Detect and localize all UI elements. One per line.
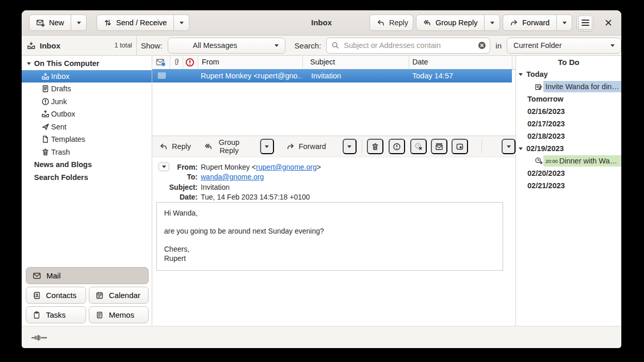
- new-button[interactable]: New: [29, 14, 71, 31]
- send-receive-button-group: Send / Receive: [96, 14, 189, 31]
- reply-icon: [159, 142, 168, 151]
- switcher-mail-button[interactable]: Mail: [26, 267, 149, 284]
- preview-group-reply-dropdown[interactable]: [260, 139, 274, 154]
- todo-event-dinner-with-wanda[interactable]: 20:00Dinner with Wa…: [516, 155, 621, 167]
- clear-search-icon[interactable]: [478, 41, 486, 50]
- switcher-calendar-button[interactable]: Calendar: [89, 287, 149, 304]
- sidebar-group-search-folders[interactable]: Search Folders: [22, 171, 152, 184]
- not-junk-icon: [414, 142, 423, 151]
- todo-group-02-18[interactable]: 02/18/2023: [516, 130, 621, 142]
- unread-dot: [161, 62, 166, 67]
- todo-group-today[interactable]: Today: [516, 68, 621, 80]
- sidebar-group-news-and-blogs[interactable]: News and Blogs: [22, 158, 152, 171]
- switcher-tasks-button[interactable]: Tasks: [26, 306, 86, 323]
- todo-group-tomorrow[interactable]: Tomorrow: [516, 93, 621, 105]
- expander-down-icon[interactable]: [519, 73, 526, 76]
- mark-important-button[interactable]: [389, 139, 405, 154]
- online-status-plug-icon[interactable]: [31, 334, 47, 341]
- search-scope-dropdown[interactable]: Current Folder: [507, 38, 621, 54]
- from-close: >: [317, 163, 321, 171]
- delete-message-button[interactable]: [367, 139, 383, 154]
- chevron-down-icon: [275, 44, 279, 47]
- close-window-button[interactable]: [602, 16, 615, 29]
- sidebar-item-outbox[interactable]: Outbox: [22, 108, 152, 121]
- expander-down-icon[interactable]: [27, 62, 34, 65]
- new-dropdown-button[interactable]: [71, 14, 87, 31]
- forward-button-group: Forward: [503, 14, 572, 31]
- sidebar-item-drafts[interactable]: Drafts: [22, 83, 152, 95]
- sidebar-group-on-this-computer[interactable]: On This Computer: [22, 57, 152, 70]
- switcher-tasks-label: Tasks: [46, 310, 66, 319]
- task-icon: [535, 83, 543, 91]
- read-message-icon: [157, 72, 166, 79]
- reply-icon: [377, 19, 385, 27]
- preview-group-reply-label: Group Reply: [217, 138, 242, 155]
- to-email-link[interactable]: wanda@gnome.org: [201, 173, 264, 181]
- forward-button[interactable]: Forward: [503, 14, 557, 31]
- preview-reply-button[interactable]: Reply: [154, 139, 196, 154]
- todo-group-02-21[interactable]: 02/21/2023: [516, 179, 621, 192]
- from-email-link[interactable]: rupert@gnome.org: [256, 163, 317, 171]
- reply-button[interactable]: Reply: [369, 14, 413, 31]
- sidebar-item-trash[interactable]: Trash: [22, 146, 152, 159]
- todo-group-02-17[interactable]: 02/17/2023: [516, 118, 621, 130]
- todo-group-label: 02/18/2023: [527, 132, 565, 140]
- switcher-contacts-button[interactable]: Contacts: [26, 287, 86, 304]
- in-label: in: [495, 41, 502, 50]
- attachment-column-icon[interactable]: [173, 58, 181, 67]
- preview-toolbar-overflow-dropdown[interactable]: [502, 139, 516, 154]
- current-folder-name: Inbox: [40, 41, 60, 50]
- status-column-icon[interactable]: [156, 58, 165, 68]
- load-remote-content-button[interactable]: [452, 139, 468, 154]
- todo-panel: To Do Today Invite Wanda for din… Tomorr…: [516, 56, 621, 326]
- preview-forward-button[interactable]: Forward: [281, 139, 331, 154]
- trash-icon: [41, 148, 51, 156]
- search-label: Search:: [295, 41, 321, 50]
- column-header-date[interactable]: Date: [412, 56, 428, 69]
- contacts-icon: [33, 291, 41, 300]
- todo-task-label: Invite Wanda for din…: [543, 81, 621, 92]
- priority-column-icon[interactable]: [185, 58, 195, 67]
- forward-icon: [510, 19, 518, 27]
- image-icon: [456, 142, 464, 151]
- send-receive-dropdown-button[interactable]: [173, 14, 189, 31]
- todo-group-02-19[interactable]: 02/19/2023: [516, 142, 621, 155]
- message-body[interactable]: Hi Wanda, are you going to be around nex…: [156, 202, 503, 271]
- todo-group-label: 02/19/2023: [526, 144, 564, 153]
- send-receive-button[interactable]: Send / Receive: [96, 14, 174, 31]
- group-reply-button[interactable]: Group Reply: [416, 14, 485, 31]
- column-header-from[interactable]: From: [202, 56, 219, 69]
- todo-group-02-20[interactable]: 02/20/2023: [516, 167, 621, 179]
- expander-down-icon[interactable]: [519, 147, 526, 150]
- todo-group-label: Today: [526, 70, 548, 78]
- close-icon: [605, 19, 612, 26]
- column-header-subject[interactable]: Subject: [310, 56, 335, 69]
- menu-button[interactable]: [576, 14, 594, 31]
- mark-read-button[interactable]: [431, 139, 447, 154]
- todo-group-label: 02/16/2023: [527, 107, 565, 116]
- switcher-calendar-label: Calendar: [109, 291, 140, 300]
- message-row[interactable]: Rupert Monkey <rupert@gno… Invitation To…: [152, 69, 512, 83]
- todo-group-label: 02/17/2023: [527, 120, 565, 128]
- show-label: Show:: [141, 41, 163, 50]
- sidebar-item-sent[interactable]: Sent: [22, 121, 152, 134]
- todo-task-invite-wanda[interactable]: Invite Wanda for din…: [516, 80, 621, 93]
- show-filter-dropdown[interactable]: All Messages: [168, 38, 285, 54]
- preview-forward-dropdown[interactable]: [343, 139, 357, 154]
- forward-dropdown-button[interactable]: [556, 14, 572, 31]
- sidebar-item-templates[interactable]: Templates: [22, 133, 152, 146]
- sidebar-item-inbox[interactable]: Inbox: [22, 70, 152, 83]
- sidebar-item-label: Sent: [51, 123, 67, 131]
- group-reply-dropdown-button[interactable]: [484, 14, 500, 31]
- search-input[interactable]: [343, 41, 475, 50]
- switcher-memos-button[interactable]: Memos: [89, 306, 149, 323]
- status-bar: [22, 326, 621, 348]
- todo-group-02-16[interactable]: 02/16/2023: [516, 105, 621, 118]
- todo-group-label: 02/21/2023: [527, 182, 565, 190]
- forward-icon: [286, 142, 295, 151]
- mark-not-junk-button[interactable]: [410, 139, 427, 154]
- chevron-down-icon: [77, 22, 81, 24]
- search-icon: [331, 41, 340, 50]
- preview-group-reply-button[interactable]: Group Reply: [199, 139, 247, 154]
- sidebar-item-junk[interactable]: Junk: [22, 95, 152, 108]
